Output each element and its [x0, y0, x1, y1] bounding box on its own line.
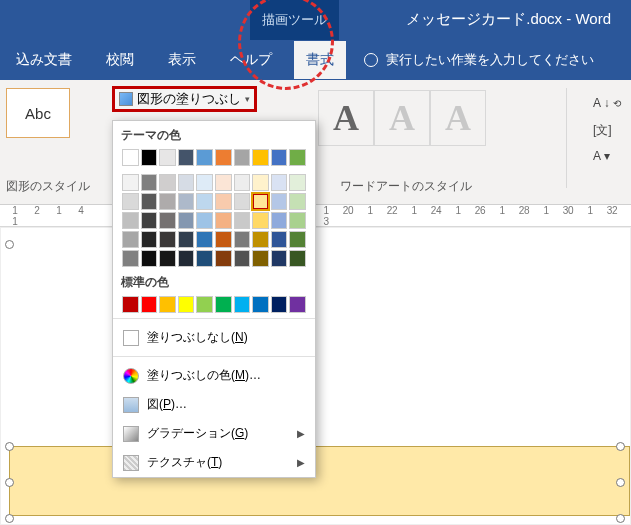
color-swatch[interactable] [289, 149, 306, 166]
color-swatch[interactable] [141, 193, 158, 210]
selection-handle[interactable] [616, 442, 625, 451]
color-swatch[interactable] [215, 149, 232, 166]
color-swatch[interactable] [141, 212, 158, 229]
color-swatch[interactable] [141, 296, 158, 313]
picture-fill-item[interactable]: 図(P)… [113, 390, 315, 419]
color-swatch[interactable] [122, 250, 139, 267]
wordart-style-1[interactable]: A [318, 90, 374, 146]
color-swatch[interactable] [215, 174, 232, 191]
selection-handle[interactable] [5, 514, 14, 523]
color-swatch[interactable] [215, 250, 232, 267]
color-swatch[interactable] [178, 231, 195, 248]
color-swatch[interactable] [141, 250, 158, 267]
selected-shape[interactable] [9, 446, 630, 516]
color-swatch[interactable] [159, 250, 176, 267]
color-swatch[interactable] [215, 296, 232, 313]
color-swatch[interactable] [234, 250, 251, 267]
color-swatch[interactable] [271, 250, 288, 267]
color-swatch[interactable] [234, 212, 251, 229]
color-swatch[interactable] [122, 149, 139, 166]
selection-handle[interactable] [616, 514, 625, 523]
texture-icon [123, 455, 139, 471]
gradient-fill-item[interactable]: グラデーション(G) ▶ [113, 419, 315, 448]
color-swatch[interactable] [178, 212, 195, 229]
color-swatch[interactable] [289, 231, 306, 248]
color-swatch[interactable] [178, 174, 195, 191]
color-swatch[interactable] [196, 174, 213, 191]
color-swatch[interactable] [271, 174, 288, 191]
wordart-style-3[interactable]: A [430, 90, 486, 146]
color-swatch[interactable] [159, 231, 176, 248]
color-swatch[interactable] [271, 193, 288, 210]
color-swatch[interactable] [271, 296, 288, 313]
color-swatch[interactable] [196, 250, 213, 267]
color-swatch[interactable] [178, 149, 195, 166]
tab-help[interactable]: ヘルプ [218, 41, 284, 79]
color-swatch[interactable] [252, 212, 269, 229]
color-swatch[interactable] [141, 149, 158, 166]
color-swatch[interactable] [178, 193, 195, 210]
tab-insert-doc[interactable]: 込み文書 [4, 41, 84, 79]
shape-style-preview[interactable]: Abc [6, 88, 70, 138]
wordart-style-2[interactable]: A [374, 90, 430, 146]
color-swatch[interactable] [289, 212, 306, 229]
color-swatch[interactable] [234, 296, 251, 313]
color-swatch[interactable] [252, 231, 269, 248]
color-swatch[interactable] [289, 250, 306, 267]
color-swatch[interactable] [289, 193, 306, 210]
color-swatch[interactable] [196, 212, 213, 229]
shape-fill-dropdown: テーマの色 標準の色 塗りつぶしなし(N) 塗りつぶしの色(M)… 図(P)… … [112, 120, 316, 478]
color-swatch[interactable] [215, 212, 232, 229]
color-swatch[interactable] [215, 231, 232, 248]
color-swatch[interactable] [289, 174, 306, 191]
color-swatch[interactable] [271, 231, 288, 248]
no-fill-item[interactable]: 塗りつぶしなし(N) [113, 323, 315, 352]
color-swatch[interactable] [196, 296, 213, 313]
text-effects-button[interactable]: A ▾ [593, 143, 621, 169]
color-swatch[interactable] [289, 296, 306, 313]
color-swatch[interactable] [159, 193, 176, 210]
color-swatch[interactable] [234, 174, 251, 191]
color-swatch[interactable] [196, 193, 213, 210]
wordart-styles-gallery[interactable]: A A A [318, 90, 486, 146]
color-swatch[interactable] [234, 231, 251, 248]
color-swatch[interactable] [196, 231, 213, 248]
color-swatch[interactable] [271, 149, 288, 166]
color-swatch[interactable] [252, 149, 269, 166]
color-swatch[interactable] [178, 250, 195, 267]
more-fill-colors-item[interactable]: 塗りつぶしの色(M)… [113, 361, 315, 390]
color-swatch[interactable] [159, 174, 176, 191]
selection-handle[interactable] [616, 478, 625, 487]
shape-fill-button[interactable]: 図形の塗りつぶし ▾ [112, 86, 257, 112]
text-direction-button[interactable]: A ↓ ⟲ [593, 90, 621, 117]
color-swatch[interactable] [271, 212, 288, 229]
color-swatch[interactable] [159, 149, 176, 166]
color-swatch[interactable] [122, 193, 139, 210]
color-swatch[interactable] [159, 296, 176, 313]
color-swatch[interactable] [196, 149, 213, 166]
color-swatch[interactable] [252, 174, 269, 191]
tab-view[interactable]: 表示 [156, 41, 208, 79]
color-swatch[interactable] [215, 193, 232, 210]
align-text-button[interactable]: [文] [593, 117, 621, 143]
selection-handle[interactable] [5, 478, 14, 487]
color-swatch[interactable] [234, 149, 251, 166]
color-swatch[interactable] [122, 296, 139, 313]
color-swatch[interactable] [122, 231, 139, 248]
tab-review[interactable]: 校閲 [94, 41, 146, 79]
tell-me-search[interactable]: 実行したい作業を入力してください [364, 51, 594, 69]
selection-handle[interactable] [5, 240, 14, 249]
color-swatch[interactable] [252, 193, 269, 210]
color-swatch[interactable] [122, 174, 139, 191]
selection-handle[interactable] [5, 442, 14, 451]
texture-fill-item[interactable]: テクスチャ(T) ▶ [113, 448, 315, 477]
color-swatch[interactable] [252, 250, 269, 267]
color-swatch[interactable] [252, 296, 269, 313]
color-swatch[interactable] [122, 212, 139, 229]
color-swatch[interactable] [234, 193, 251, 210]
tab-format[interactable]: 書式 [294, 41, 346, 79]
color-swatch[interactable] [159, 212, 176, 229]
color-swatch[interactable] [141, 231, 158, 248]
color-swatch[interactable] [178, 296, 195, 313]
color-swatch[interactable] [141, 174, 158, 191]
